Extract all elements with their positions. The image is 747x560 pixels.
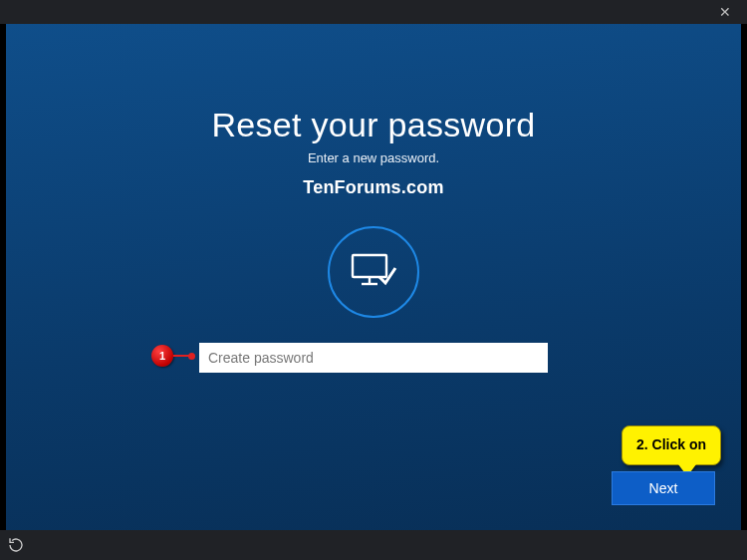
page-title: Reset your password — [6, 106, 741, 144]
annotation-badge-1: 1 — [151, 345, 173, 367]
close-icon[interactable]: ✕ — [713, 4, 737, 20]
annotation-step-2-callout: 2. Click on — [622, 425, 721, 465]
setup-icon-circle — [328, 226, 419, 318]
annotation-step-1: 1 — [151, 345, 195, 367]
monitor-check-icon — [350, 250, 397, 294]
annotation-connector — [173, 355, 189, 357]
next-button[interactable]: Next — [612, 471, 715, 505]
watermark-text: TenForums.com — [6, 177, 741, 198]
password-field-row — [6, 343, 741, 373]
create-password-input[interactable] — [199, 343, 548, 373]
svg-rect-0 — [353, 255, 386, 277]
power-icon[interactable] — [8, 537, 24, 553]
annotation-dot — [188, 353, 195, 360]
title-bar: ✕ — [0, 0, 747, 24]
bottom-bar — [0, 530, 747, 560]
page-subtitle: Enter a new password. — [6, 150, 741, 165]
main-panel: Reset your password Enter a new password… — [6, 24, 741, 531]
